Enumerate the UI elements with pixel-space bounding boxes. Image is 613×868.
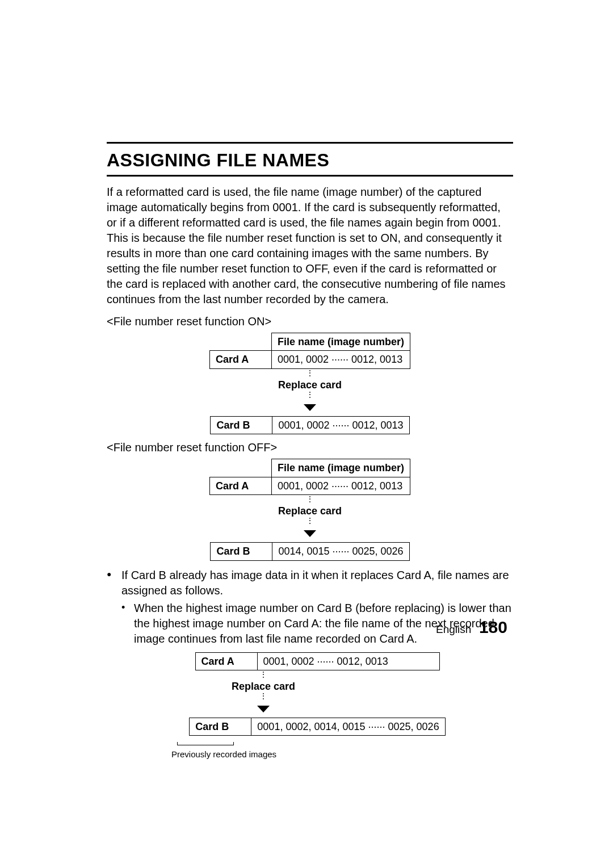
replace-block-off: ⋮ Replace card ⋮ [131,496,489,541]
section-label-on: <File number reset function ON> [107,314,513,329]
table-header: File name (image number) [271,459,410,477]
bullet-main-text: If Card B already has image data in it w… [121,569,509,597]
card-a-label: Card A [195,652,257,670]
prev-recorded-label: Previously recorded images [171,749,276,760]
page-title: ASSIGNING FILE NAMES [107,148,513,173]
replace-block-ex: ⋮ Replace card ⋮ [156,672,371,716]
dots-icon: ⋮ [131,496,489,504]
dots-icon: ⋮ [131,518,489,526]
page-footer: English 180 [436,616,507,639]
table-ex-new-values: 0014, 0015 ······ 0025, 0026 [314,721,439,732]
down-arrow-icon [304,404,316,411]
intro-paragraph: If a reformatted card is used, the file … [107,184,513,307]
table-on-card-b-values: 0001, 0002 ······ 0012, 0013 [272,417,409,434]
replace-block-on: ⋮ Replace card ⋮ [131,370,489,415]
table-ex-card-b-values: 0001, 0002, 0014, 0015 ······ 0025, 0026 [251,718,445,736]
svg-marker-0 [304,404,316,411]
table-off-card-a-values: 0001, 0002 ······ 0012, 0013 [271,477,410,494]
card-b-label: Card B [190,718,251,736]
document-page: ASSIGNING FILE NAMES If a reformatted ca… [0,0,613,868]
down-arrow-icon [304,530,316,537]
table-on-card-a-values: 0001, 0002 ······ 0012, 0013 [271,351,410,368]
card-b-label: Card B [211,417,272,434]
table-example-b: Card B 0001, 0002, 0014, 0015 ······ 002… [189,718,445,736]
prev-recorded-note: Previously recorded images [177,737,513,760]
footer-language: English [436,623,471,635]
table-off-wrap: File name (image number) Card A 0001, 00… [131,459,489,560]
table-on-wrap: File name (image number) Card A 0001, 00… [131,333,489,434]
table-example-a: Card A 0001, 0002 ······ 0012, 0013 [195,652,440,670]
footer-page-number: 180 [479,618,507,636]
table-on: File name (image number) Card A 0001, 00… [209,333,410,369]
dots-icon: ⋮ [156,693,371,701]
table-off-b: Card B 0014, 0015 ······ 0025, 0026 [210,542,409,560]
card-a-label: Card A [209,477,271,494]
dots-icon: ⋮ [156,672,371,680]
table-ex-card-a-values: 0001, 0002 ······ 0012, 0013 [257,652,439,670]
dots-icon: ⋮ [131,392,489,400]
table-off-card-b-values: 0014, 0015 ······ 0025, 0026 [272,543,409,560]
table-header: File name (image number) [271,333,410,351]
card-b-label: Card B [211,543,272,560]
title-block: ASSIGNING FILE NAMES [107,142,513,177]
section-label-off: <File number reset function OFF> [107,440,513,455]
down-arrow-icon [257,706,270,712]
svg-marker-1 [304,530,316,537]
table-example-wrap: Card A 0001, 0002 ······ 0012, 0013 ⋮ Re… [121,652,513,760]
table-on-b: Card B 0001, 0002 ······ 0012, 0013 [210,416,409,434]
card-a-label: Card A [209,351,271,368]
dots-icon: ⋮ [131,370,489,378]
table-off: File name (image number) Card A 0001, 00… [209,459,410,495]
table-ex-prev-values: 0001, 0002, [257,721,311,732]
svg-marker-2 [257,706,270,712]
